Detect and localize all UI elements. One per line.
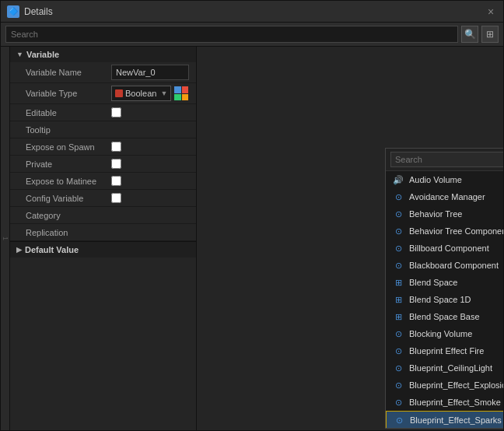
content-area: 1 ▼ Variable Variable Name Variable Type	[1, 47, 503, 430]
list-item[interactable]: ⊙ Blueprint_CeilingLight	[386, 359, 503, 377]
private-value	[111, 159, 190, 169]
tooltip-row: Tooltip	[10, 121, 196, 138]
variable-type-value: Boolean ▼	[111, 86, 190, 101]
blueprint-effect-fire-icon: ⊙	[392, 345, 404, 357]
list-item[interactable]: ⊙ Blackboard Component	[386, 257, 503, 274]
behavior-tree-icon: ⊙	[392, 208, 404, 220]
variable-section-label: Variable	[26, 50, 59, 59]
list-item-selected[interactable]: ⊙ Blueprint_Effect_Sparks	[386, 411, 503, 428]
category-row: Category	[10, 207, 196, 224]
boolean-color-indicator	[115, 89, 123, 97]
private-row: Private	[10, 156, 196, 173]
list-item[interactable]: ⊙ Behavior Tree Component	[386, 223, 503, 240]
list-item[interactable]: ⊞ Blend Space Base	[386, 308, 503, 325]
variable-name-label: Variable Name	[26, 68, 111, 77]
config-variable-value	[111, 193, 190, 203]
left-edge-indicator: 1	[1, 47, 10, 430]
list-item[interactable]: ⊙ Avoidance Manager	[386, 188, 503, 205]
blend-space-icon: ⊞	[392, 276, 404, 289]
blend-space-base-icon: ⊞	[392, 310, 404, 323]
default-value-label: Default Value	[25, 245, 79, 254]
color-picker-button[interactable]	[174, 86, 188, 100]
properties-panel: ▼ Variable Variable Name Variable Type B…	[10, 47, 197, 430]
color-cell-1	[174, 86, 181, 93]
blueprint-explosion-icon: ⊙	[392, 379, 404, 391]
billboard-component-label: Billboard Component	[409, 244, 489, 253]
color-cell-4	[182, 94, 189, 101]
avoidance-manager-icon: ⊙	[392, 191, 404, 203]
blackboard-component-label: Blackboard Component	[409, 261, 499, 270]
billboard-component-icon: ⊙	[392, 242, 404, 254]
list-item[interactable]: ⊙ Billboard Component	[386, 240, 503, 257]
blueprint-smoke-label: Blueprint_Effect_Smoke	[409, 398, 501, 407]
list-item[interactable]: ⊙ Blueprint_Effect_Explosion	[386, 377, 503, 394]
expose-spawn-label: Expose on Spawn	[26, 142, 111, 152]
grid-view-button[interactable]: ⊞	[481, 26, 499, 43]
replication-label: Replication	[26, 228, 111, 237]
details-window: 🔷 Details × 🔍 ⊞ 1 ▼ Variable Variable Na…	[0, 0, 504, 431]
config-variable-row: Config Variable	[10, 190, 196, 207]
list-item[interactable]: ⊞ Blend Space 1D	[386, 291, 503, 308]
default-value-header[interactable]: ▶ Default Value	[10, 241, 196, 258]
variable-name-row: Variable Name	[10, 62, 196, 83]
audio-volume-label: Audio Volume	[409, 175, 462, 184]
config-variable-checkbox[interactable]	[111, 193, 121, 203]
expose-matinee-checkbox[interactable]	[111, 176, 121, 186]
avoidance-manager-label: Avoidance Manager	[409, 192, 485, 201]
blend-space-1d-label: Blend Space 1D	[409, 295, 471, 304]
list-item[interactable]: ⊙ Blueprint Effect Fire	[386, 342, 503, 359]
list-item[interactable]: ⊙ Blueprint_Effect_Smoke	[386, 394, 503, 411]
variable-type-text: Boolean	[125, 89, 156, 98]
variable-name-input[interactable]	[111, 65, 189, 80]
window-icon: 🔷	[7, 5, 19, 18]
editable-checkbox[interactable]	[111, 107, 121, 117]
expose-matinee-value	[111, 176, 190, 186]
list-item[interactable]: 🔊 Audio Volume	[386, 171, 503, 188]
blend-space-label: Blend Space	[409, 278, 457, 287]
behavior-tree-component-icon: ⊙	[392, 225, 404, 237]
editable-label: Editable	[26, 108, 111, 117]
dropdown-chevron-icon: ▼	[160, 89, 167, 97]
close-button[interactable]: ×	[485, 5, 497, 18]
behavior-tree-label: Behavior Tree	[409, 209, 462, 219]
default-value-arrow-icon: ▶	[16, 246, 22, 254]
expose-matinee-row: Expose to Matinee	[10, 173, 196, 190]
config-variable-label: Config Variable	[26, 194, 111, 203]
blend-space-1d-icon: ⊞	[392, 293, 404, 306]
blueprint-ceilinglight-label: Blueprint_CeilingLight	[409, 363, 492, 373]
private-checkbox[interactable]	[111, 159, 121, 169]
dropdown-search-row: 🔍	[386, 149, 503, 171]
title-bar: 🔷 Details ×	[1, 1, 503, 23]
variable-section-header[interactable]: ▼ Variable	[10, 47, 196, 62]
list-item[interactable]: ⊙ Behavior Tree	[386, 205, 503, 223]
list-item[interactable]: ⊞ Blend Space	[386, 274, 503, 291]
variable-type-dropdown[interactable]: Boolean ▼	[111, 86, 171, 101]
behavior-tree-component-label: Behavior Tree Component	[409, 226, 503, 236]
replication-row: Replication	[10, 224, 196, 241]
main-search-button[interactable]: 🔍	[461, 26, 478, 43]
audio-volume-icon: 🔊	[392, 173, 404, 186]
dropdown-search-input[interactable]	[390, 152, 503, 167]
blueprint-explosion-label: Blueprint_Effect_Explosion	[409, 380, 503, 390]
blend-space-base-label: Blend Space Base	[409, 312, 480, 321]
blueprint-ceilinglight-icon: ⊙	[392, 362, 404, 374]
color-cell-3	[174, 94, 181, 101]
blocking-volume-label: Blocking Volume	[409, 329, 472, 338]
variable-name-value	[111, 65, 190, 80]
window-title: Details	[24, 6, 480, 17]
expose-spawn-value	[111, 142, 190, 152]
type-dropdown-panel: 🔍 🔊 Audio Volume ⊙ Avoidance Manager ⊙ B	[385, 148, 503, 429]
blackboard-component-icon: ⊙	[392, 259, 404, 272]
expose-spawn-checkbox[interactable]	[111, 142, 121, 152]
blueprint-smoke-icon: ⊙	[392, 396, 404, 408]
main-search-input[interactable]	[5, 26, 458, 43]
color-cell-2	[182, 86, 189, 93]
expose-matinee-label: Expose to Matinee	[26, 177, 111, 186]
main-search-area: 🔍 ⊞	[1, 23, 503, 47]
blueprint-effect-fire-label: Blueprint Effect Fire	[409, 346, 484, 356]
tooltip-label: Tooltip	[26, 125, 111, 135]
variable-type-label: Variable Type	[26, 89, 111, 98]
blueprint-sparks-label: Blueprint_Effect_Sparks	[410, 415, 502, 425]
list-item[interactable]: ⊙ Blocking Volume	[386, 325, 503, 342]
variable-type-row: Variable Type Boolean ▼	[10, 83, 196, 104]
